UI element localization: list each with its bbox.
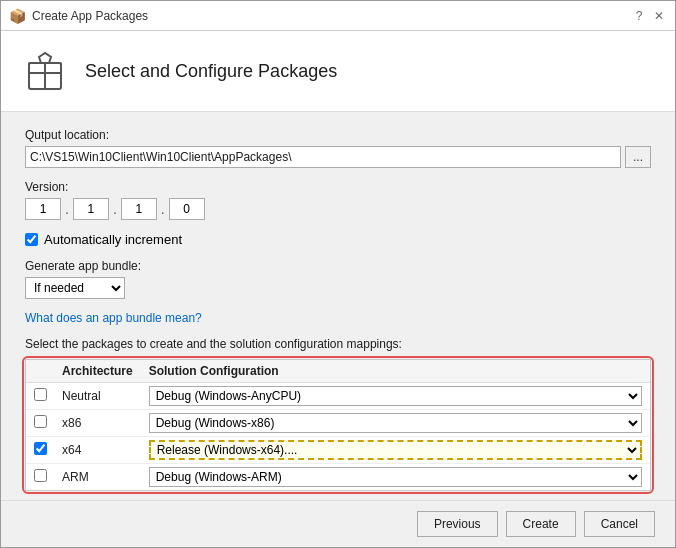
col-check — [26, 360, 54, 383]
row-arch-1: Neutral — [54, 383, 141, 410]
row-checkbox-1[interactable] — [34, 388, 47, 401]
help-button[interactable]: ? — [631, 8, 647, 24]
bundle-section: Generate app bundle: If needed Always Ne… — [25, 259, 651, 299]
version-field-3[interactable] — [121, 198, 157, 220]
row-checkbox-4[interactable] — [34, 469, 47, 482]
row-checkbox-3[interactable] — [34, 442, 47, 455]
col-config: Solution Configuration — [141, 360, 650, 383]
row-check-3 — [26, 437, 54, 464]
cancel-button[interactable]: Cancel — [584, 511, 655, 537]
packages-label: Select the packages to create and the so… — [25, 337, 651, 351]
row-config-1: Debug (Windows-AnyCPU) — [141, 383, 650, 410]
bundle-label: Generate app bundle: — [25, 259, 651, 273]
title-bar-controls: ? ✕ — [631, 8, 667, 24]
version-dot-3: . — [161, 201, 165, 217]
bundle-select-row: If needed Always Never — [25, 277, 651, 299]
auto-increment-row: Automatically increment — [25, 232, 651, 247]
header-section: Select and Configure Packages — [1, 31, 675, 112]
packages-table: Architecture Solution Configuration Neut… — [26, 360, 650, 490]
table-row: Neutral Debug (Windows-AnyCPU) — [26, 383, 650, 410]
output-location-input[interactable] — [25, 146, 621, 168]
browse-button[interactable]: ... — [625, 146, 651, 168]
title-bar-icon: 📦 — [9, 8, 26, 24]
col-arch: Architecture — [54, 360, 141, 383]
config-select-1[interactable]: Debug (Windows-AnyCPU) — [149, 386, 642, 406]
row-config-3: Release (Windows-x64).... — [141, 437, 650, 464]
config-select-2[interactable]: Debug (Windows-x86) — [149, 413, 642, 433]
row-arch-2: x86 — [54, 410, 141, 437]
row-arch-3: x64 — [54, 437, 141, 464]
auto-increment-checkbox[interactable] — [25, 233, 38, 246]
title-bar: 📦 Create App Packages ? ✕ — [1, 1, 675, 31]
output-location-row: ... — [25, 146, 651, 168]
row-arch-4: ARM — [54, 464, 141, 491]
config-select-4[interactable]: Debug (Windows-ARM) — [149, 467, 642, 487]
table-header-row: Architecture Solution Configuration — [26, 360, 650, 383]
content-area: Qutput location: ... Version: . . . Auto… — [1, 112, 675, 500]
version-label: Version: — [25, 180, 651, 194]
version-dot-1: . — [65, 201, 69, 217]
bundle-link[interactable]: What does an app bundle mean? — [25, 311, 651, 325]
auto-increment-label: Automatically increment — [44, 232, 182, 247]
page-title: Select and Configure Packages — [85, 61, 337, 82]
version-field-4[interactable] — [169, 198, 205, 220]
window: 📦 Create App Packages ? ✕ Select and Con… — [0, 0, 676, 548]
previous-button[interactable]: Previous — [417, 511, 498, 537]
package-icon — [21, 47, 69, 95]
version-field-2[interactable] — [73, 198, 109, 220]
create-button[interactable]: Create — [506, 511, 576, 537]
version-dot-2: . — [113, 201, 117, 217]
table-row: x64 Release (Windows-x64).... — [26, 437, 650, 464]
table-row: ARM Debug (Windows-ARM) — [26, 464, 650, 491]
row-checkbox-2[interactable] — [34, 415, 47, 428]
version-fields: . . . — [25, 198, 651, 220]
output-location-label: Qutput location: — [25, 128, 651, 142]
row-check-2 — [26, 410, 54, 437]
close-button[interactable]: ✕ — [651, 8, 667, 24]
row-check-4 — [26, 464, 54, 491]
row-config-4: Debug (Windows-ARM) — [141, 464, 650, 491]
version-section: Version: . . . — [25, 180, 651, 220]
bundle-select[interactable]: If needed Always Never — [25, 277, 125, 299]
config-select-3[interactable]: Release (Windows-x64).... — [149, 440, 642, 460]
table-row: x86 Debug (Windows-x86) — [26, 410, 650, 437]
packages-table-wrapper: Architecture Solution Configuration Neut… — [25, 359, 651, 491]
version-field-1[interactable] — [25, 198, 61, 220]
title-bar-left: 📦 Create App Packages — [9, 8, 148, 24]
row-check-1 — [26, 383, 54, 410]
title-bar-title: Create App Packages — [32, 9, 148, 23]
footer: Previous Create Cancel — [1, 500, 675, 547]
row-config-2: Debug (Windows-x86) — [141, 410, 650, 437]
